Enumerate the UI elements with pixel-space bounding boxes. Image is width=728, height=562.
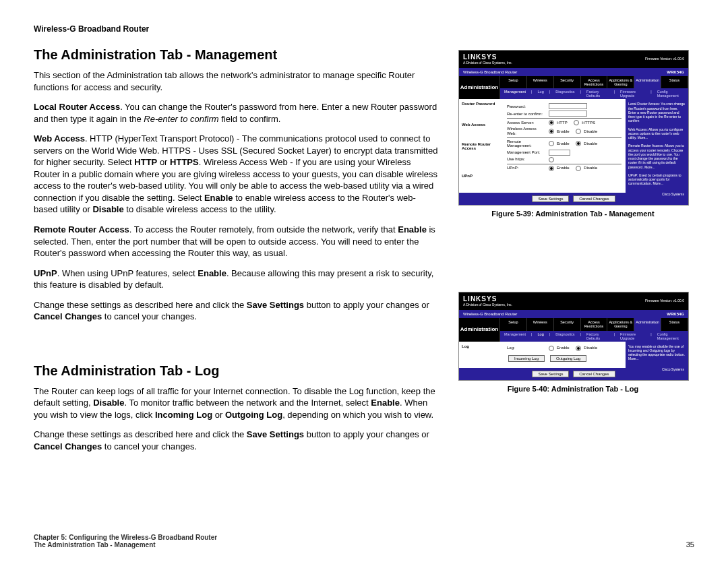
intro-paragraph: This section of the Administration tab a…	[34, 69, 438, 93]
cancel-changes-button[interactable]: Cancel Changes	[573, 371, 615, 378]
figure-caption-1: Figure 5-39: Administration Tab - Manage…	[458, 210, 688, 218]
help-panel: You may enable or disable the use of Inc…	[626, 342, 688, 368]
tab-setup[interactable]: Setup	[500, 318, 527, 330]
tab-administration[interactable]: Administration	[634, 76, 661, 88]
group-web-access: Web Access	[459, 120, 503, 133]
tab-setup[interactable]: Setup	[500, 76, 527, 88]
sub-tabs[interactable]: Management| Log| Diagnostics| Factory De…	[500, 88, 688, 99]
subtab-firmware[interactable]: Firmware Upgrade	[619, 332, 646, 340]
subtab-defaults[interactable]: Factory Defaults	[585, 90, 610, 98]
outgoing-log-button[interactable]: Outgoing Log	[550, 355, 586, 363]
save-settings-button[interactable]: Save Settings	[532, 195, 569, 203]
password-input[interactable]	[549, 103, 587, 109]
tab-status[interactable]: Status	[661, 76, 688, 88]
upnp-enable-radio[interactable]	[549, 166, 554, 171]
main-tabs[interactable]: Setup Wireless Security Access Restricti…	[500, 76, 688, 88]
footer-text: Chapter 5: Configuring the Wireless-G Br…	[34, 534, 217, 549]
group-router-password: Router Password	[459, 99, 503, 112]
http-radio[interactable]	[549, 120, 554, 125]
main-tabs[interactable]: Setup Wireless Security Access Restricti…	[500, 318, 688, 330]
subtab-log[interactable]: Log	[537, 332, 545, 340]
heading-log: The Administration Tab - Log	[34, 363, 438, 379]
save-settings-button[interactable]: Save Settings	[532, 371, 569, 378]
upnp-disable-radio[interactable]	[576, 166, 581, 171]
running-header: Wireless-G Broadband Router	[34, 24, 694, 34]
admin-side-label: Administration	[459, 76, 500, 99]
figure-5-40-log: LINKSYSA Division of Cisco Systems, Inc.…	[458, 292, 689, 381]
tab-apps[interactable]: Applications & Gaming	[607, 318, 634, 330]
group-remote-access: Remote Router Access	[459, 139, 503, 156]
waw-enable-radio[interactable]	[549, 129, 554, 134]
log-disable-radio[interactable]	[576, 346, 581, 351]
local-router-access-label: Local Router Access	[34, 102, 120, 112]
group-log: Log	[459, 342, 503, 354]
web-access-paragraph: Web Access. HTTP (HyperText Transport Pr…	[34, 133, 438, 216]
linksys-logo: LINKSYS	[463, 295, 512, 303]
cancel-changes-button[interactable]: Cancel Changes	[573, 195, 615, 203]
subtab-log[interactable]: Log	[537, 90, 545, 98]
subtab-config[interactable]: Config Management	[656, 332, 686, 340]
save-cancel-note-2: Change these settings as described here …	[34, 429, 438, 452]
help-panel: Local Router Access: You can change the …	[626, 99, 688, 192]
tab-access[interactable]: Access Restrictions	[581, 318, 608, 330]
tab-status[interactable]: Status	[661, 318, 688, 330]
heading-management: The Administration Tab - Management	[34, 47, 438, 63]
mgmt-port-input[interactable]	[549, 150, 570, 156]
tab-wireless[interactable]: Wireless	[527, 76, 554, 88]
tab-wireless[interactable]: Wireless	[527, 318, 554, 330]
save-cancel-note-1: Change these settings as described here …	[34, 299, 438, 323]
usehttps-checkbox[interactable]	[549, 157, 554, 162]
tab-security[interactable]: Security	[554, 318, 581, 330]
firmware-version: Firmware Version: v1.00.0	[645, 57, 684, 61]
log-enable-radio[interactable]	[549, 346, 554, 351]
waw-disable-radio[interactable]	[576, 129, 581, 134]
page-number: 35	[686, 540, 694, 549]
subtab-firmware[interactable]: Firmware Upgrade	[619, 90, 646, 98]
tab-apps[interactable]: Applications & Gaming	[607, 76, 634, 88]
remote-disable-radio[interactable]	[576, 141, 581, 146]
subtab-diagnostics[interactable]: Diagnostics	[554, 332, 576, 340]
subtab-management[interactable]: Management	[503, 90, 527, 98]
group-upnp: UPnP	[459, 171, 503, 184]
figure-5-39-management: LINKSYSA Division of Cisco Systems, Inc.…	[458, 50, 689, 206]
linksys-logo: LINKSYS	[463, 53, 512, 61]
figure-caption-2: Figure 5-40: Administration Tab - Log	[458, 385, 688, 393]
subtab-diagnostics[interactable]: Diagnostics	[554, 90, 576, 98]
incoming-log-button[interactable]: Incoming Log	[508, 355, 545, 363]
subtab-config[interactable]: Config Management	[656, 90, 686, 98]
subtab-management[interactable]: Management	[503, 332, 527, 340]
remote-enable-radio[interactable]	[549, 141, 554, 146]
log-paragraph: The Router can keep logs of all traffic …	[34, 385, 438, 421]
cisco-logo: Cisco Systems	[662, 368, 684, 371]
cisco-logo: Cisco Systems	[662, 193, 684, 196]
figures-column: LINKSYSA Division of Cisco Systems, Inc.…	[458, 47, 688, 461]
https-radio[interactable]	[574, 120, 579, 125]
tab-access[interactable]: Access Restrictions	[581, 76, 608, 88]
reenter-input[interactable]	[549, 111, 587, 117]
upnp-paragraph: UPnP. When using UPnP features, select E…	[34, 268, 438, 291]
tab-security[interactable]: Security	[554, 76, 581, 88]
subtab-defaults[interactable]: Factory Defaults	[585, 332, 610, 340]
sub-tabs[interactable]: Management| Log| Diagnostics| Factory De…	[500, 331, 688, 342]
remote-router-access-paragraph: Remote Router Access. To access the Rout…	[34, 224, 438, 259]
main-text-column: The Administration Tab - Management This…	[34, 47, 438, 461]
tab-administration[interactable]: Administration	[634, 318, 661, 330]
local-router-access-paragraph: Local Router Access. You can change the …	[34, 101, 438, 125]
